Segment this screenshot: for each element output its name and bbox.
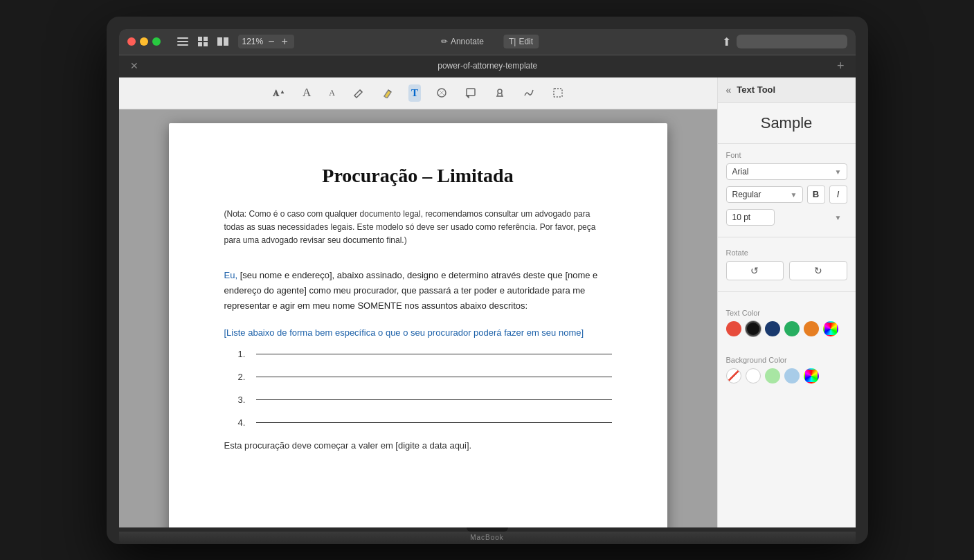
laptop-notch [467, 527, 508, 532]
bg-lightblue-swatch[interactable] [784, 368, 800, 383]
edit-button[interactable]: T| Edit [503, 35, 539, 48]
document-numbered-list: 1. 2. 3. 4. [224, 349, 612, 428]
stamp-button[interactable] [491, 84, 508, 101]
divider [718, 237, 856, 237]
svg-rect-14 [554, 89, 562, 97]
svg-rect-5 [198, 42, 202, 46]
zoom-in-button[interactable]: + [280, 36, 290, 47]
note-button[interactable] [462, 84, 479, 101]
pencil-button[interactable] [350, 84, 367, 101]
annotate-button[interactable]: ✏ Annotate [435, 35, 489, 48]
zoom-out-button[interactable]: − [266, 36, 276, 47]
rotate-label: Rotate [726, 249, 847, 257]
main-area: 𝐀 ▲ A A [119, 78, 856, 527]
tab-bar: ✕ power-of-attorney-template + [119, 55, 856, 78]
zoom-level-label: 121% [242, 37, 264, 46]
text-color-section: Text Color [718, 296, 856, 343]
color-orange-swatch[interactable] [804, 321, 819, 336]
font-size-large-button[interactable]: A [300, 83, 314, 102]
bg-color-section: Background Color [718, 343, 856, 390]
divider-2 [718, 291, 856, 292]
minimize-button[interactable] [140, 37, 148, 46]
font-section: Font Arial Times New Roman Helvetica Geo… [718, 144, 856, 233]
close-tab-button[interactable]: ✕ [125, 60, 144, 71]
share-button[interactable]: ⬆ [722, 35, 731, 48]
svg-rect-6 [204, 42, 208, 46]
bold-button[interactable]: B [807, 186, 825, 204]
font-size-select-wrapper: 8 pt 9 pt 10 pt 11 pt 12 pt 14 pt 16 pt … [726, 209, 847, 226]
tab-title: power-of-attorney-template [144, 61, 831, 71]
panel-collapse-button[interactable]: « [726, 84, 732, 96]
font-select-wrapper: Arial Times New Roman Helvetica Georgia … [726, 163, 847, 180]
rotate-left-button[interactable]: ↺ [726, 261, 784, 280]
font-size-small-button[interactable]: A [326, 85, 338, 101]
color-green-swatch[interactable] [784, 321, 800, 336]
rotate-right-button[interactable]: ↻ [789, 261, 847, 280]
view-toolbar [174, 35, 231, 48]
body-start: Eu, [224, 270, 238, 280]
font-size-arrow-icon: ▼ [835, 213, 842, 221]
cursor-nav-icon: T| [509, 37, 516, 46]
italic-button[interactable]: I [829, 186, 847, 204]
svg-text:𝐀: 𝐀 [273, 88, 280, 98]
search-wrapper [737, 35, 847, 48]
svg-rect-7 [217, 37, 222, 46]
svg-text:▲: ▲ [280, 89, 285, 95]
text-highlight-button[interactable]: 𝐀 ▲ [269, 84, 287, 102]
document-scroll-area[interactable]: Procuração – Limitada (Nota: Como é o ca… [119, 109, 717, 527]
list-item: 4. [238, 417, 612, 428]
signature-button[interactable] [521, 84, 537, 101]
shapes-button[interactable] [433, 84, 450, 101]
body-main: [seu nome e endereço], abaixo assinado, … [224, 270, 598, 311]
list-item: 1. [238, 349, 612, 359]
bg-multi-swatch[interactable] [804, 368, 819, 383]
bg-color-grid [726, 368, 847, 383]
font-select[interactable]: Arial Times New Roman Helvetica Georgia … [726, 163, 847, 180]
annotate-label: Annotate [451, 37, 484, 46]
svg-rect-12 [467, 89, 475, 96]
new-tab-button[interactable]: + [831, 59, 850, 73]
panel-title: Text Tool [737, 84, 775, 95]
color-multi-swatch[interactable] [823, 321, 838, 336]
rotate-row: ↺ ↻ [726, 261, 847, 280]
document-note: (Nota: Como é o caso com qualquer docume… [224, 208, 612, 248]
zoom-control: 121% − + [238, 35, 294, 48]
list-item: 3. [238, 395, 612, 405]
document-footer-text: Esta procuração deve começar a valer em … [224, 440, 612, 451]
font-style-select[interactable]: Regular Bold Italic Bold Italic [726, 186, 803, 203]
bg-white-swatch[interactable] [746, 368, 761, 383]
right-panel: « Text Tool Sample Font Arial Times New … [717, 78, 856, 527]
svg-rect-4 [204, 37, 208, 41]
pencil-nav-icon: ✏ [441, 37, 448, 46]
nav-buttons: ✏ Annotate T| Edit [435, 35, 539, 48]
marker-button[interactable] [379, 84, 396, 101]
search-input[interactable] [737, 35, 847, 48]
bg-color-label: Background Color [726, 356, 847, 364]
document-body: Eu, [seu nome e endereço], abaixo assina… [224, 268, 612, 314]
bg-transparent-swatch[interactable] [726, 368, 741, 383]
selection-button[interactable] [550, 84, 566, 101]
split-view-icon[interactable] [215, 36, 231, 47]
close-button[interactable] [127, 37, 136, 46]
color-navy-swatch[interactable] [765, 321, 780, 336]
font-size-select[interactable]: 8 pt 9 pt 10 pt 11 pt 12 pt 14 pt 16 pt … [726, 209, 775, 226]
laptop-base: MacBook [119, 532, 856, 544]
panel-sample-text: Sample [718, 103, 856, 144]
laptop-frame: 121% − + ✏ Annotate T| Edit ⬆ [107, 17, 868, 544]
svg-point-13 [498, 89, 502, 93]
svg-rect-2 [177, 44, 188, 46]
color-red-swatch[interactable] [726, 321, 741, 336]
sidebar-toggle-icon[interactable] [174, 36, 191, 47]
traffic-lights [127, 37, 161, 46]
grid-view-icon[interactable] [195, 35, 210, 48]
list-item: 2. [238, 372, 612, 382]
document-title: Procuração – Limitada [224, 165, 612, 187]
font-label: Font [726, 151, 847, 159]
title-bar-right: ⬆ [722, 35, 847, 48]
document-page: Procuração – Limitada (Nota: Como é o ca… [169, 123, 667, 527]
text-tool-button[interactable]: T [408, 84, 421, 102]
bg-lightgreen-swatch[interactable] [765, 368, 780, 383]
color-black-swatch[interactable] [746, 321, 761, 336]
fullscreen-button[interactable] [152, 37, 161, 46]
svg-rect-1 [177, 41, 188, 42]
